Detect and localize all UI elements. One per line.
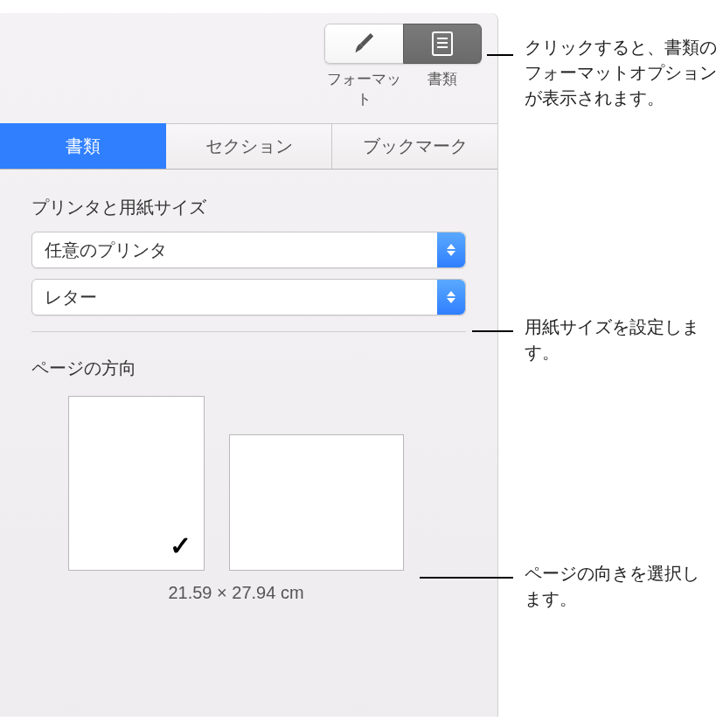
- divider: [31, 331, 466, 332]
- format-button[interactable]: [324, 24, 403, 64]
- checkmark-icon: ✓: [170, 530, 191, 561]
- printer-paper-title: プリンタと用紙サイズ: [31, 196, 466, 219]
- callout-document-button: クリックすると、書類のフォーマットオプションが表示されます。: [525, 35, 717, 111]
- tab-section[interactable]: セクション: [166, 123, 332, 169]
- document-button[interactable]: [403, 24, 482, 64]
- stepper-icon: [437, 280, 465, 315]
- orientation-portrait[interactable]: ✓: [68, 396, 205, 571]
- stepper-icon: [437, 232, 465, 267]
- paper-size-select[interactable]: レター: [31, 279, 466, 315]
- toolbar: フォーマット 書類: [0, 13, 497, 116]
- toolbar-labels: フォーマット 書類: [324, 69, 482, 109]
- brush-icon: [350, 29, 379, 59]
- document-label: 書類: [403, 69, 482, 109]
- tab-bar: 書類 セクション ブックマーク: [0, 123, 497, 170]
- page-dimensions: 21.59 × 27.94 cm: [68, 583, 404, 603]
- callout-line: [472, 330, 513, 332]
- orientation-landscape[interactable]: [229, 434, 404, 571]
- callout-paper-size: 用紙サイズを設定します。: [525, 315, 699, 365]
- callout-line: [487, 54, 513, 56]
- callout-line: [420, 577, 513, 579]
- tab-bookmark[interactable]: ブックマーク: [332, 123, 497, 169]
- callout-orientation: ページの向きを選択します。: [525, 561, 699, 612]
- printer-select[interactable]: 任意のプリンタ: [31, 232, 466, 268]
- paper-size-value: レター: [45, 286, 97, 309]
- tab-document[interactable]: 書類: [0, 123, 166, 169]
- toolbar-segmented-control: [324, 24, 482, 64]
- content-area: プリンタと用紙サイズ 任意のプリンタ レター ページの方向 ✓ 21.59 × …: [0, 170, 497, 622]
- orientation-options: ✓: [68, 396, 466, 571]
- document-icon: [430, 31, 455, 57]
- orientation-title: ページの方向: [31, 357, 466, 380]
- toolbar-group: フォーマット 書類: [324, 24, 482, 109]
- printer-select-value: 任意のプリンタ: [45, 239, 167, 262]
- format-label: フォーマット: [324, 69, 403, 109]
- inspector-panel: フォーマット 書類 書類 セクション ブックマーク プリンタと用紙サイズ 任意の…: [0, 13, 498, 717]
